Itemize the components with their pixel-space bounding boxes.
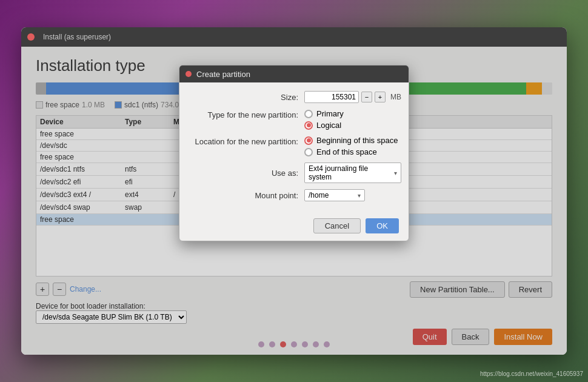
main-window: Install (as superuser) Installation type… — [21, 27, 567, 355]
dialog-titlebar: Create partition — [179, 65, 409, 82]
content-area: Installation type free space 1.0 MB sdc1… — [21, 47, 567, 355]
use-as-value-area: Ext4 journaling file system ▾ — [304, 163, 401, 183]
mount-point-label: Mount point: — [189, 191, 304, 200]
use-as-select[interactable]: Ext4 journaling file system ▾ — [304, 163, 401, 183]
type-primary-option[interactable]: Primary — [304, 109, 344, 118]
location-row: Location for the new partition: Beginnin… — [189, 136, 399, 156]
type-primary-label: Primary — [316, 109, 344, 118]
size-input[interactable] — [304, 91, 359, 103]
use-as-label: Use as: — [189, 169, 304, 178]
size-plus-button[interactable]: + — [375, 92, 386, 102]
use-as-selected-value: Ext4 journaling file system — [309, 164, 389, 181]
watermark: https://blog.csdn.net/weixin_41605937 — [480, 370, 583, 377]
location-end-option[interactable]: End of this space — [304, 147, 398, 156]
location-label: Location for the new partition: — [189, 136, 304, 146]
location-beginning-radio[interactable] — [304, 136, 313, 145]
dialog-footer: Cancel OK — [179, 216, 409, 241]
use-as-arrow-icon: ▾ — [394, 170, 397, 176]
size-label: Size: — [189, 93, 304, 102]
mount-point-value-area: /home ▾ — [304, 189, 399, 201]
titlebar: Install (as superuser) — [21, 27, 567, 47]
location-radio-group: Beginning of this space End of this spac… — [304, 136, 398, 156]
size-row: Size: − + MB — [189, 91, 399, 103]
partition-type-row: Type for the new partition: Primary Logi… — [189, 109, 399, 130]
dialog-overlay: Create partition Size: − + MB — [21, 47, 567, 355]
type-logical-radio[interactable] — [304, 121, 313, 130]
size-minus-button[interactable]: − — [361, 92, 372, 102]
location-beginning-option[interactable]: Beginning of this space — [304, 136, 398, 145]
mount-point-selected-value: /home — [309, 191, 329, 199]
type-logical-option[interactable]: Logical — [304, 121, 344, 130]
location-end-radio[interactable] — [304, 148, 313, 156]
titlebar-title: Install (as superuser) — [43, 33, 111, 41]
mount-point-row: Mount point: /home ▾ — [189, 189, 399, 201]
use-as-row: Use as: Ext4 journaling file system ▾ — [189, 163, 399, 183]
dialog-cancel-button[interactable]: Cancel — [313, 218, 361, 233]
create-partition-dialog: Create partition Size: − + MB — [179, 65, 409, 241]
type-radio-group: Primary Logical — [304, 109, 344, 130]
dialog-body: Size: − + MB Type for the new partition: — [179, 82, 409, 216]
location-beginning-label: Beginning of this space — [316, 136, 398, 145]
mount-point-arrow-icon: ▾ — [358, 192, 361, 199]
location-end-label: End of this space — [316, 147, 377, 156]
dialog-close-icon[interactable] — [185, 71, 192, 77]
type-label: Type for the new partition: — [189, 109, 304, 119]
close-icon[interactable] — [27, 33, 35, 41]
dialog-title: Create partition — [196, 70, 250, 79]
size-value-area: − + MB — [304, 91, 401, 103]
type-primary-radio[interactable] — [304, 110, 313, 118]
mount-point-select[interactable]: /home ▾ — [304, 189, 365, 201]
type-logical-label: Logical — [316, 121, 341, 130]
mb-label: MB — [390, 93, 401, 101]
dialog-ok-button[interactable]: OK — [366, 218, 399, 233]
